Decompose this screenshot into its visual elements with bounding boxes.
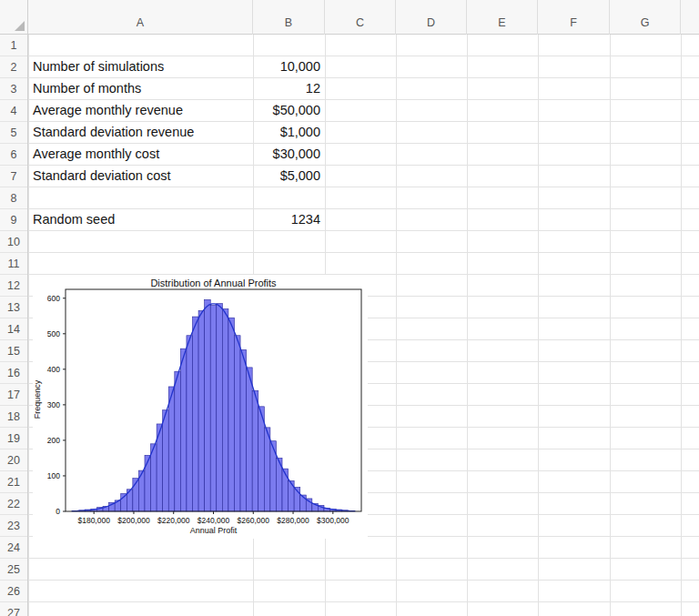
- row-header-24[interactable]: 24: [0, 537, 27, 559]
- y-tick-label: 300: [47, 400, 60, 409]
- x-tick-label: $200,000: [117, 516, 150, 525]
- cell-B3[interactable]: 12: [253, 78, 325, 100]
- chart-y-axis-label: Frequency: [33, 340, 42, 459]
- y-tick-label: 400: [47, 365, 60, 374]
- x-tick-label: $300,000: [317, 516, 350, 525]
- histogram-bar: [252, 390, 258, 511]
- column-header-B[interactable]: B: [253, 0, 325, 35]
- row-header-17[interactable]: 17: [0, 384, 27, 406]
- row-header-7[interactable]: 7: [0, 166, 27, 187]
- select-all-triangle-icon: [15, 21, 25, 31]
- histogram-bar: [180, 348, 187, 511]
- row-header-22[interactable]: 22: [0, 493, 27, 515]
- row-header-21[interactable]: 21: [0, 471, 27, 493]
- histogram-bar: [234, 336, 240, 511]
- column-header-F[interactable]: F: [538, 0, 610, 35]
- column-header-G[interactable]: G: [610, 0, 681, 35]
- row-header-20[interactable]: 20: [0, 449, 27, 471]
- histogram-bar: [168, 387, 175, 511]
- histogram-bar: [258, 407, 265, 511]
- histogram-bar: [193, 317, 199, 511]
- x-tick-label: $260,000: [238, 516, 270, 525]
- embedded-chart[interactable]: $180,000$200,000$220,000$240,000$260,000…: [33, 275, 368, 539]
- cell-A4[interactable]: Average monthly revenue: [28, 100, 253, 122]
- row-header-8[interactable]: 8: [0, 187, 27, 209]
- histogram-bar: [163, 410, 169, 511]
- y-tick-label: 0: [56, 507, 60, 516]
- histogram-bar: [217, 304, 223, 511]
- column-header-C[interactable]: C: [325, 0, 396, 35]
- spreadsheet: Number of simulations10,000Number of mon…: [0, 0, 699, 616]
- row-header-6[interactable]: 6: [0, 144, 27, 166]
- histogram-bar: [205, 299, 211, 511]
- cell-A2[interactable]: Number of simulations: [28, 56, 253, 78]
- row-headers: 1234567891011121314151617181920212223242…: [0, 0, 28, 616]
- row-header-27[interactable]: 27: [0, 602, 27, 616]
- row-header-1[interactable]: 1: [0, 35, 27, 56]
- histogram-bar: [222, 308, 228, 511]
- histogram-bar: [198, 310, 205, 511]
- row-header-4[interactable]: 4: [0, 100, 27, 122]
- row-header-26[interactable]: 26: [0, 581, 27, 602]
- histogram-bar: [247, 368, 253, 511]
- row-header-12[interactable]: 12: [0, 275, 27, 297]
- row-header-19[interactable]: 19: [0, 428, 27, 449]
- column-header-A[interactable]: A: [28, 0, 253, 35]
- cell-B9[interactable]: 1234: [253, 209, 325, 231]
- cell-B7[interactable]: $5,000: [253, 166, 325, 187]
- cell-A3[interactable]: Number of months: [28, 78, 253, 100]
- column-header-E[interactable]: E: [467, 0, 538, 35]
- cell-B5[interactable]: $1,000: [253, 122, 325, 144]
- row-header-16[interactable]: 16: [0, 362, 27, 384]
- cell-A5[interactable]: Standard deviation revenue: [28, 122, 253, 144]
- y-tick-label: 500: [47, 329, 60, 338]
- histogram-bar: [240, 349, 247, 511]
- cell-B6[interactable]: $30,000: [253, 144, 325, 166]
- histogram-bar: [282, 469, 289, 511]
- row-header-9[interactable]: 9: [0, 209, 27, 231]
- chart-title: Distribution of Annual Profits: [66, 278, 361, 288]
- row-header-15[interactable]: 15: [0, 340, 27, 362]
- histogram-bar: [228, 318, 235, 511]
- cell-A7[interactable]: Standard deviation cost: [28, 166, 253, 187]
- row-header-14[interactable]: 14: [0, 318, 27, 340]
- cell-B4[interactable]: $50,000: [253, 100, 325, 122]
- row-header-25[interactable]: 25: [0, 559, 27, 581]
- histogram-bar: [210, 306, 217, 511]
- column-headers: ABCDEFG: [0, 0, 699, 35]
- row-header-10[interactable]: 10: [0, 231, 27, 253]
- cell-A6[interactable]: Average monthly cost: [28, 144, 253, 166]
- x-tick-label: $240,000: [198, 516, 230, 525]
- cell-A9[interactable]: Random seed: [28, 209, 253, 231]
- row-header-3[interactable]: 3: [0, 78, 27, 100]
- x-tick-label: $280,000: [277, 516, 309, 525]
- histogram-bar: [145, 455, 151, 511]
- cell-B2[interactable]: 10,000: [253, 56, 325, 78]
- select-all-button[interactable]: [0, 0, 28, 35]
- row-header-13[interactable]: 13: [0, 297, 27, 318]
- histogram-bars: [79, 299, 348, 511]
- y-tick-label: 200: [47, 436, 60, 445]
- row-header-11[interactable]: 11: [0, 253, 27, 275]
- chart-plot: $180,000$200,000$220,000$240,000$260,000…: [33, 275, 368, 539]
- y-tick-label: 100: [47, 471, 60, 480]
- row-header-18[interactable]: 18: [0, 406, 27, 428]
- x-tick-label: $220,000: [157, 516, 190, 525]
- row-header-23[interactable]: 23: [0, 515, 27, 537]
- histogram-bar: [187, 336, 193, 511]
- row-header-5[interactable]: 5: [0, 122, 27, 144]
- x-tick-label: $180,000: [77, 516, 110, 525]
- histogram-bar: [175, 371, 181, 511]
- chart-x-axis-label: Annual Profit: [66, 526, 361, 535]
- y-tick-label: 600: [47, 294, 60, 303]
- row-header-2[interactable]: 2: [0, 56, 27, 78]
- column-header-D[interactable]: D: [396, 0, 467, 35]
- histogram-bar: [264, 428, 270, 511]
